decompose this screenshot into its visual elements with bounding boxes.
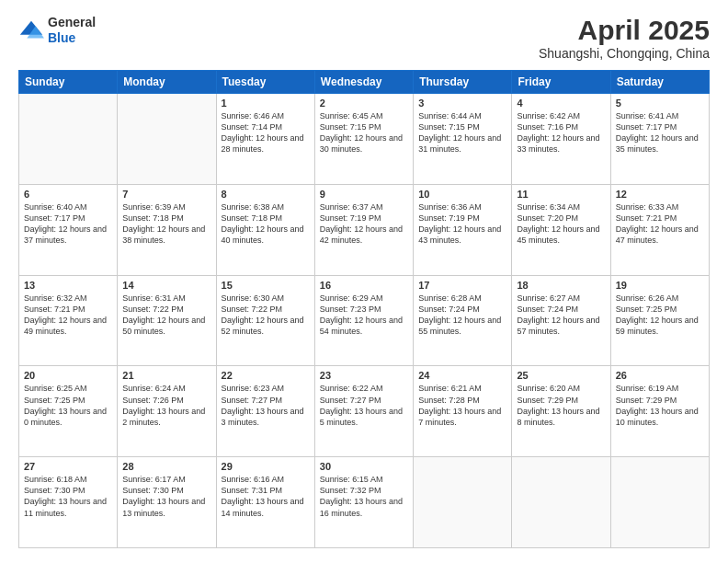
- table-row: 24Sunrise: 6:21 AM Sunset: 7:28 PM Dayli…: [414, 366, 512, 457]
- day-info: Sunrise: 6:25 AM Sunset: 7:25 PM Dayligh…: [24, 383, 112, 428]
- calendar-week-row: 1Sunrise: 6:46 AM Sunset: 7:14 PM Daylig…: [19, 94, 710, 185]
- day-number: 8: [222, 189, 310, 200]
- logo-general: General: [48, 15, 96, 29]
- day-info: Sunrise: 6:42 AM Sunset: 7:16 PM Dayligh…: [517, 110, 605, 155]
- day-info: Sunrise: 6:16 AM Sunset: 7:31 PM Dayligh…: [222, 474, 310, 519]
- col-wednesday: Wednesday: [314, 71, 413, 94]
- table-row: 15Sunrise: 6:30 AM Sunset: 7:22 PM Dayli…: [216, 275, 314, 366]
- day-number: 7: [122, 189, 210, 200]
- day-number: 3: [418, 98, 506, 109]
- page: General Blue April 2025 Shuangshi, Chong…: [0, 0, 728, 563]
- calendar-header-row: Sunday Monday Tuesday Wednesday Thursday…: [19, 71, 710, 94]
- day-info: Sunrise: 6:19 AM Sunset: 7:29 PM Dayligh…: [616, 383, 704, 428]
- day-number: 15: [222, 280, 310, 291]
- day-number: 11: [517, 189, 605, 200]
- day-number: 2: [320, 98, 408, 109]
- day-info: Sunrise: 6:38 AM Sunset: 7:18 PM Dayligh…: [222, 201, 310, 247]
- day-info: Sunrise: 6:20 AM Sunset: 7:29 PM Dayligh…: [517, 383, 605, 428]
- table-row: 18Sunrise: 6:27 AM Sunset: 7:24 PM Dayli…: [512, 275, 610, 366]
- col-sunday: Sunday: [19, 71, 118, 94]
- table-row: [414, 457, 512, 548]
- table-row: 1Sunrise: 6:46 AM Sunset: 7:14 PM Daylig…: [216, 94, 314, 185]
- table-row: [610, 457, 709, 548]
- day-info: Sunrise: 6:33 AM Sunset: 7:21 PM Dayligh…: [616, 201, 704, 247]
- day-info: Sunrise: 6:17 AM Sunset: 7:30 PM Dayligh…: [122, 474, 210, 519]
- table-row: 5Sunrise: 6:41 AM Sunset: 7:17 PM Daylig…: [610, 94, 709, 185]
- table-row: 26Sunrise: 6:19 AM Sunset: 7:29 PM Dayli…: [610, 366, 709, 457]
- table-row: 21Sunrise: 6:24 AM Sunset: 7:26 PM Dayli…: [118, 366, 216, 457]
- calendar-week-row: 20Sunrise: 6:25 AM Sunset: 7:25 PM Dayli…: [19, 366, 710, 457]
- table-row: 29Sunrise: 6:16 AM Sunset: 7:31 PM Dayli…: [216, 457, 314, 548]
- day-info: Sunrise: 6:46 AM Sunset: 7:14 PM Dayligh…: [222, 110, 310, 155]
- day-number: 17: [418, 280, 506, 291]
- day-info: Sunrise: 6:32 AM Sunset: 7:21 PM Dayligh…: [24, 293, 112, 338]
- table-row: 12Sunrise: 6:33 AM Sunset: 7:21 PM Dayli…: [610, 184, 709, 275]
- day-number: 1: [222, 98, 310, 109]
- calendar-week-row: 27Sunrise: 6:18 AM Sunset: 7:30 PM Dayli…: [19, 457, 710, 548]
- day-info: Sunrise: 6:41 AM Sunset: 7:17 PM Dayligh…: [616, 110, 704, 155]
- calendar-title: April 2025: [539, 15, 710, 46]
- day-number: 30: [320, 461, 408, 472]
- day-number: 9: [320, 189, 408, 200]
- calendar-body: 1Sunrise: 6:46 AM Sunset: 7:14 PM Daylig…: [19, 94, 710, 548]
- day-info: Sunrise: 6:26 AM Sunset: 7:25 PM Dayligh…: [616, 293, 704, 338]
- day-number: 18: [517, 280, 605, 291]
- logo-blue: Blue: [48, 30, 75, 45]
- calendar-week-row: 13Sunrise: 6:32 AM Sunset: 7:21 PM Dayli…: [19, 275, 710, 366]
- table-row: 3Sunrise: 6:44 AM Sunset: 7:15 PM Daylig…: [414, 94, 512, 185]
- table-row: 25Sunrise: 6:20 AM Sunset: 7:29 PM Dayli…: [512, 366, 610, 457]
- table-row: 6Sunrise: 6:40 AM Sunset: 7:17 PM Daylig…: [19, 184, 118, 275]
- day-info: Sunrise: 6:15 AM Sunset: 7:32 PM Dayligh…: [320, 474, 408, 519]
- day-number: 20: [24, 370, 112, 381]
- day-number: 26: [616, 370, 704, 381]
- day-number: 4: [517, 98, 605, 109]
- logo-text: General Blue: [48, 15, 96, 46]
- day-info: Sunrise: 6:44 AM Sunset: 7:15 PM Dayligh…: [418, 110, 506, 155]
- table-row: 28Sunrise: 6:17 AM Sunset: 7:30 PM Dayli…: [118, 457, 216, 548]
- day-info: Sunrise: 6:40 AM Sunset: 7:17 PM Dayligh…: [24, 201, 112, 247]
- table-row: 7Sunrise: 6:39 AM Sunset: 7:18 PM Daylig…: [118, 184, 216, 275]
- day-info: Sunrise: 6:24 AM Sunset: 7:26 PM Dayligh…: [122, 383, 210, 428]
- table-row: 4Sunrise: 6:42 AM Sunset: 7:16 PM Daylig…: [512, 94, 610, 185]
- table-row: [512, 457, 610, 548]
- day-info: Sunrise: 6:36 AM Sunset: 7:19 PM Dayligh…: [418, 201, 506, 247]
- day-info: Sunrise: 6:18 AM Sunset: 7:30 PM Dayligh…: [24, 474, 112, 519]
- table-row: 2Sunrise: 6:45 AM Sunset: 7:15 PM Daylig…: [314, 94, 413, 185]
- title-block: April 2025 Shuangshi, Chongqing, China: [539, 15, 710, 61]
- table-row: [19, 94, 118, 185]
- table-row: [118, 94, 216, 185]
- table-row: 10Sunrise: 6:36 AM Sunset: 7:19 PM Dayli…: [414, 184, 512, 275]
- day-number: 27: [24, 461, 112, 472]
- day-number: 5: [616, 98, 704, 109]
- calendar-week-row: 6Sunrise: 6:40 AM Sunset: 7:17 PM Daylig…: [19, 184, 710, 275]
- day-number: 28: [122, 461, 210, 472]
- day-info: Sunrise: 6:22 AM Sunset: 7:27 PM Dayligh…: [320, 383, 408, 428]
- day-number: 24: [418, 370, 506, 381]
- day-info: Sunrise: 6:27 AM Sunset: 7:24 PM Dayligh…: [517, 293, 605, 338]
- day-number: 6: [24, 189, 112, 200]
- day-number: 10: [418, 189, 506, 200]
- table-row: 22Sunrise: 6:23 AM Sunset: 7:27 PM Dayli…: [216, 366, 314, 457]
- day-info: Sunrise: 6:39 AM Sunset: 7:18 PM Dayligh…: [122, 201, 210, 247]
- logo-icon: [18, 17, 44, 43]
- day-info: Sunrise: 6:23 AM Sunset: 7:27 PM Dayligh…: [222, 383, 310, 428]
- day-number: 21: [122, 370, 210, 381]
- table-row: 17Sunrise: 6:28 AM Sunset: 7:24 PM Dayli…: [414, 275, 512, 366]
- day-number: 14: [122, 280, 210, 291]
- day-number: 19: [616, 280, 704, 291]
- day-number: 23: [320, 370, 408, 381]
- table-row: 8Sunrise: 6:38 AM Sunset: 7:18 PM Daylig…: [216, 184, 314, 275]
- header: General Blue April 2025 Shuangshi, Chong…: [18, 15, 710, 61]
- day-info: Sunrise: 6:34 AM Sunset: 7:20 PM Dayligh…: [517, 201, 605, 247]
- day-info: Sunrise: 6:28 AM Sunset: 7:24 PM Dayligh…: [418, 293, 506, 338]
- table-row: 13Sunrise: 6:32 AM Sunset: 7:21 PM Dayli…: [19, 275, 118, 366]
- col-thursday: Thursday: [414, 71, 512, 94]
- calendar-subtitle: Shuangshi, Chongqing, China: [539, 46, 710, 61]
- day-number: 29: [222, 461, 310, 472]
- day-number: 25: [517, 370, 605, 381]
- calendar-table: Sunday Monday Tuesday Wednesday Thursday…: [18, 70, 710, 548]
- table-row: 20Sunrise: 6:25 AM Sunset: 7:25 PM Dayli…: [19, 366, 118, 457]
- table-row: 14Sunrise: 6:31 AM Sunset: 7:22 PM Dayli…: [118, 275, 216, 366]
- table-row: 30Sunrise: 6:15 AM Sunset: 7:32 PM Dayli…: [314, 457, 413, 548]
- day-info: Sunrise: 6:31 AM Sunset: 7:22 PM Dayligh…: [122, 293, 210, 338]
